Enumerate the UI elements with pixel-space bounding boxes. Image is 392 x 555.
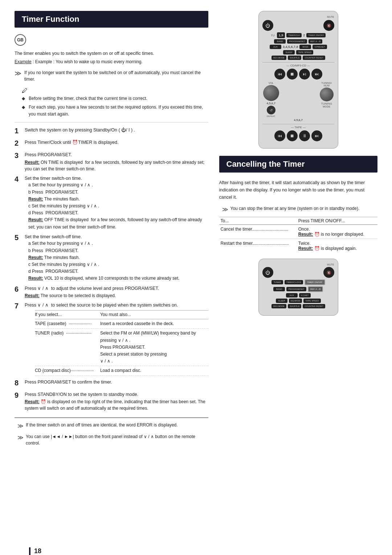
footer-note-1: ≫ If the timer switch on and off times a… <box>17 422 208 430</box>
table-header-to: To... <box>221 218 298 223</box>
bottom-eq-bass-button[interactable]: EQ.BASS <box>289 299 302 303</box>
arrow-icon: ≫ <box>17 422 24 430</box>
cancel-row-2: Restart the timer.......................… <box>219 239 378 253</box>
bottom-vchet-button[interactable]: V.CHET <box>299 293 311 297</box>
aux-button[interactable]: AUX <box>270 45 281 49</box>
bottom-band-button[interactable]: BAND <box>273 287 285 291</box>
step-6: 6 Press ∨ / ∧ to adjust the volume level… <box>15 285 208 299</box>
next-button[interactable]: ⏭ <box>311 69 322 80</box>
num-badge-2: 2 <box>303 33 305 37</box>
step-4: 4 Set the timer switch-on time. a Set th… <box>15 175 208 231</box>
step-1: 1 Switch the system on by pressing Stand… <box>15 127 208 136</box>
step-7: 7 Press ∨ / ∧ to select the source to be… <box>15 302 208 376</box>
arrow-icon: ≫ <box>17 433 24 442</box>
page-number: 18 <box>29 547 41 555</box>
band-button[interactable]: BAND <box>274 39 286 44</box>
bottom-rep-ab-button[interactable]: REP. A→B <box>308 286 323 292</box>
step-3-result: Result: ON TIME is displayed for a few s… <box>25 159 208 172</box>
arrow-note-text: If you no longer want the system to be s… <box>24 69 208 82</box>
volume-knob[interactable] <box>263 85 279 101</box>
tape-stop-button[interactable]: ⏹ <box>287 130 298 141</box>
bottom-mute-label: MUTE <box>327 263 334 266</box>
table-row: TUNER (radio) ····················· Sele… <box>35 329 208 366</box>
rev-mode-button[interactable]: REV.MODE <box>271 56 286 60</box>
arrow-icon: ≫ <box>222 205 228 214</box>
repeat-button[interactable]: ↺ <box>267 106 275 114</box>
cancel-timer-header: Cancelling the Timer <box>219 156 378 173</box>
bottom-tuner-button[interactable]: TUNER <box>271 280 283 284</box>
tape-speed-button[interactable]: TAPE SPEED <box>296 50 313 54</box>
steps-list: 1 Switch the system on by pressing Stand… <box>15 127 208 412</box>
stop-button[interactable]: ⏹ <box>287 69 298 80</box>
remote-control-illustration: MUTE ⏻ 🔇 TU 1,9 <box>258 11 338 149</box>
step-9: 9 Press STANDBY/ON to set the system to … <box>15 391 208 412</box>
bottom-counter-reset-button[interactable]: COUNTER RESET <box>303 304 325 308</box>
program-set-button[interactable]: PROGRAM/SET <box>287 39 307 44</box>
volume-section: VOL 4,5,6,7 ↺ REPEAT <box>262 82 280 117</box>
bottom-power-button[interactable]: ⏻ <box>262 267 273 278</box>
bottom-shuffle-button[interactable]: SHUFFLE <box>288 304 301 308</box>
num-badge-19: TU <box>271 34 275 37</box>
arrow-note-block: ≫ If you no longer want the system to be… <box>15 69 208 82</box>
nums-label-2: 4,5,6,7 <box>262 118 334 122</box>
gb-badge: GB <box>15 34 26 46</box>
rep-ab-button[interactable]: REP. A→B <box>309 39 323 44</box>
bottom-timer-clock-button[interactable]: TIMER/CLOCK <box>285 280 303 284</box>
sleep-button[interactable]: SLEEP <box>283 50 295 54</box>
footer-note-2: ≫ You can use |◄◄ / ►►| button on the fr… <box>17 433 208 446</box>
cancel-arrow-note: ≫ You can stop the timer at any time (sy… <box>222 205 378 214</box>
timer-function-title: Timer Function <box>22 15 79 24</box>
note-bullet-1: ◆ Before setting the timer, check that t… <box>22 95 208 102</box>
remote-bottom-illustration: MUTE ⏻ 🔇 TUNER TIMER/CLOCK TIMER ON/OFF <box>258 259 338 316</box>
arrow-icon: ≫ <box>15 69 21 78</box>
bottom-tape-speed-button[interactable]: TAPE SPEED <box>303 299 320 303</box>
step-8: 8 Press PROGRAM/SET to confirm the timer… <box>15 379 208 388</box>
timer-on-off-button[interactable]: TIMER ON/OFF <box>306 33 326 37</box>
play-pause-button[interactable]: ⏯ <box>299 69 310 80</box>
tuning-section: TUNING/ NUM TUNING MODE <box>319 82 334 108</box>
num-badge-34: 3,4,5,6,7,8 <box>283 45 298 49</box>
power-button[interactable]: ⏻ <box>262 20 273 31</box>
tape-note-block: 🖊 ◆ Before setting the timer, check that… <box>22 86 208 118</box>
bottom-program-set-button[interactable]: PROGRAM/SET <box>286 287 306 291</box>
timer-example: Example : Example : You wish to wake up … <box>15 59 208 64</box>
tape-rew-button[interactable]: ⏮ <box>274 130 285 141</box>
step-3: 3 Press PROGRAM/SET. Result: ON TIME is … <box>15 151 208 172</box>
tape-label: — TAPE — <box>262 124 334 129</box>
tape-pause-button[interactable]: ⏸ <box>299 130 310 141</box>
v-preset-button[interactable]: V.PRESET <box>313 45 327 49</box>
note-bullet-2: ◆ For each step, you have a few seconds … <box>22 104 208 118</box>
bass-button[interactable]: BASS <box>299 45 311 49</box>
cancel-intro-text: After having set the timer, it will star… <box>219 179 378 201</box>
tape-icon: 🖊 <box>22 88 28 94</box>
mute-label: MUTE <box>327 16 334 18</box>
timer-intro: The timer enables you to switch the syst… <box>15 50 208 57</box>
tuning-knob[interactable] <box>320 88 334 101</box>
step-5: 5 Set the timer switch-off time. a Set t… <box>15 234 208 282</box>
bottom-rev-mode-button[interactable]: REV.MODE <box>271 304 286 308</box>
tuner-button[interactable]: 1,9 <box>277 32 285 38</box>
shuffle-button[interactable]: SHUFFLE <box>288 56 301 60</box>
timer-function-header: Timer Function <box>15 11 208 28</box>
bottom-mute-button[interactable]: 🔇 <box>323 267 334 278</box>
table-header-press: Press TIMER ON/OFF... <box>298 218 376 223</box>
bottom-aux-button[interactable]: AUX <box>286 293 298 297</box>
step7-table: If you select... You must also... TAPE (… <box>35 310 208 376</box>
timer-clock-button[interactable]: TIMER/CLK <box>286 33 302 37</box>
prev-button[interactable]: ⏮ <box>274 69 285 80</box>
tape-fwd-button[interactable]: ⏭ <box>311 130 322 141</box>
table-row: TAPE (cassette) ··················· Inse… <box>35 319 208 329</box>
cd-mp3-label: — CD/MP3·CD — <box>262 62 334 67</box>
bottom-timer-on-off-button[interactable]: TIMER ON/OFF <box>305 279 325 285</box>
counter-reset-button[interactable]: COUNTER RESET <box>303 56 325 60</box>
table-row: CD (compact disc)··················· Loa… <box>35 366 208 376</box>
cancel-timer-title: Cancelling the Timer <box>226 159 305 169</box>
step-2: 2 Press Timer/Clock until ⏰TIMER is disp… <box>15 139 208 149</box>
cancel-row-1: Cancel the timer........................… <box>219 225 378 239</box>
mute-button[interactable]: 🔇 <box>323 20 334 31</box>
bottom-sleep-button[interactable]: SLEEP <box>276 299 287 303</box>
